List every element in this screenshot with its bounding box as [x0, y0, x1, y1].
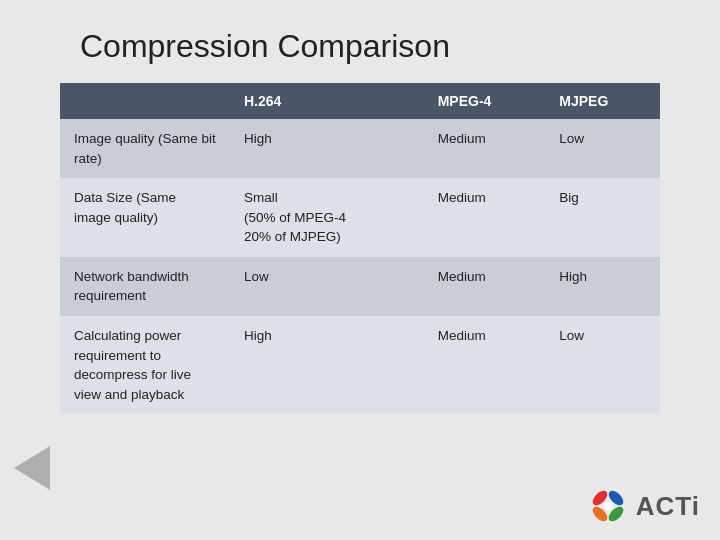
cell-mjpeg: Low: [545, 119, 660, 178]
table-row: Data Size (Same image quality)Small(50% …: [60, 178, 660, 257]
col-header-mjpeg: MJPEG: [545, 83, 660, 119]
table-wrapper: H.264 MPEG-4 MJPEG Image quality (Same b…: [0, 83, 720, 414]
cell-h264: Low: [230, 257, 424, 316]
page-container: Compression Comparison H.264 MPEG-4 MJPE…: [0, 0, 720, 540]
table-row: Image quality (Same bit rate)HighMediumL…: [60, 119, 660, 178]
logo-area: ACTi: [588, 486, 700, 526]
col-header-h264: H.264: [230, 83, 424, 119]
cell-h264: Small(50% of MPEG-420% of MJPEG): [230, 178, 424, 257]
col-header-mpeg4: MPEG-4: [424, 83, 546, 119]
cell-mpeg4: Medium: [424, 178, 546, 257]
cell-label: Data Size (Same image quality): [60, 178, 230, 257]
col-header-label: [60, 83, 230, 119]
comparison-table: H.264 MPEG-4 MJPEG Image quality (Same b…: [60, 83, 660, 414]
acti-logo-text: ACTi: [636, 491, 700, 522]
page-title: Compression Comparison: [0, 0, 720, 83]
cell-mpeg4: Medium: [424, 119, 546, 178]
cell-mpeg4: Medium: [424, 316, 546, 414]
cell-mjpeg: Big: [545, 178, 660, 257]
cell-h264: High: [230, 119, 424, 178]
cell-mjpeg: High: [545, 257, 660, 316]
cell-mpeg4: Medium: [424, 257, 546, 316]
table-row: Network bandwidth requirementLowMediumHi…: [60, 257, 660, 316]
cell-mjpeg: Low: [545, 316, 660, 414]
cell-h264: High: [230, 316, 424, 414]
table-row: Calculating power requirement to decompr…: [60, 316, 660, 414]
cell-label: Calculating power requirement to decompr…: [60, 316, 230, 414]
table-header-row: H.264 MPEG-4 MJPEG: [60, 83, 660, 119]
acti-logo-icon: [588, 486, 628, 526]
cell-label: Network bandwidth requirement: [60, 257, 230, 316]
cell-label: Image quality (Same bit rate): [60, 119, 230, 178]
svg-point-4: [604, 502, 612, 510]
decorative-arrow: [14, 446, 50, 490]
